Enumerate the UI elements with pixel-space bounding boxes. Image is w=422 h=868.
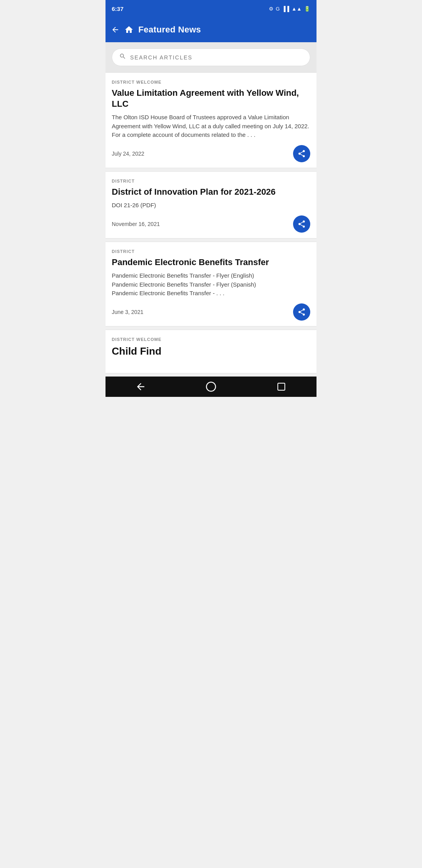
share-button-2[interactable] xyxy=(293,215,310,233)
google-icon: G xyxy=(276,6,280,12)
battery-icon: 🔋 xyxy=(304,6,310,12)
settings-icon: ⚙ xyxy=(269,6,274,12)
search-icon xyxy=(119,53,126,62)
sim-icon: ▐▐ xyxy=(282,6,289,12)
app-bar: Featured News xyxy=(106,17,316,42)
news-footer-2: November 16, 2021 xyxy=(112,215,310,233)
status-time: 6:37 xyxy=(112,5,123,12)
search-input[interactable] xyxy=(130,54,303,61)
bottom-nav xyxy=(106,377,316,397)
news-footer-1: July 24, 2022 xyxy=(112,145,310,162)
svg-rect-1 xyxy=(278,383,285,390)
nav-recent-button[interactable] xyxy=(270,380,293,394)
svg-point-0 xyxy=(206,382,215,391)
news-item-4[interactable]: DISTRICT WELCOME Child Find xyxy=(106,330,316,374)
nav-home-button[interactable] xyxy=(199,380,223,394)
news-title-1: Value Limitation Agreement with Yellow W… xyxy=(112,88,310,109)
back-button[interactable] xyxy=(111,25,120,34)
news-category-2: DISTRICT xyxy=(112,179,310,183)
news-date-3: June 3, 2021 xyxy=(112,309,143,315)
share-button-1[interactable] xyxy=(293,145,310,162)
news-footer-3: June 3, 2021 xyxy=(112,303,310,321)
news-date-1: July 24, 2022 xyxy=(112,151,144,157)
news-subtext-2: DOI 21-26 (PDF) xyxy=(112,201,310,210)
signal-icon: ▲▲ xyxy=(291,6,302,12)
news-category-4: DISTRICT WELCOME xyxy=(112,337,310,342)
search-container xyxy=(106,42,316,72)
news-date-2: November 16, 2021 xyxy=(112,221,160,227)
share-button-3[interactable] xyxy=(293,303,310,321)
search-bar[interactable] xyxy=(112,48,310,66)
status-bar: 6:37 ⚙ G ▐▐ ▲▲ 🔋 xyxy=(106,0,316,17)
nav-back-button[interactable] xyxy=(129,380,152,394)
status-icons: ⚙ G ▐▐ ▲▲ 🔋 xyxy=(269,6,310,12)
news-feed: DISTRICT WELCOME Value Limitation Agreem… xyxy=(106,72,316,373)
page-title: Featured News xyxy=(138,25,201,35)
news-item-1[interactable]: DISTRICT WELCOME Value Limitation Agreem… xyxy=(106,72,316,168)
news-excerpt-3: Pandemic Electronic Benefits Transfer - … xyxy=(112,271,310,298)
news-title-2: District of Innovation Plan for 2021-202… xyxy=(112,187,310,197)
news-category-1: DISTRICT WELCOME xyxy=(112,80,310,84)
news-excerpt-1: The Olton ISD House Board of Trustees ap… xyxy=(112,113,310,140)
news-title-3: Pandemic Electronic Benefits Transfer xyxy=(112,257,310,268)
news-title-4: Child Find xyxy=(112,345,310,358)
news-item-3[interactable]: DISTRICT Pandemic Electronic Benefits Tr… xyxy=(106,242,316,326)
news-item-2[interactable]: DISTRICT District of Innovation Plan for… xyxy=(106,171,316,239)
news-category-3: DISTRICT xyxy=(112,249,310,254)
home-button[interactable] xyxy=(124,25,134,34)
